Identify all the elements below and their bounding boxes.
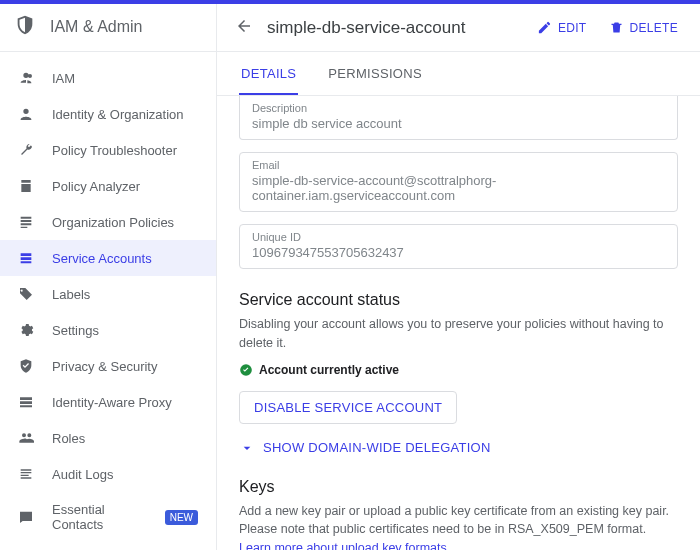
email-field: Email simple-db-service-account@scottral… — [239, 152, 678, 212]
sidebar-item-policy-troubleshooter[interactable]: Policy Troubleshooter — [0, 132, 216, 168]
keys-helper-text: Add a new key pair or upload a public ke… — [239, 504, 669, 537]
sidebar-item-label: Policy Troubleshooter — [52, 143, 177, 158]
sidebar-item-essential-contacts[interactable]: Essential Contacts NEW — [0, 492, 216, 542]
sidebar-item-policy-analyzer[interactable]: Policy Analyzer — [0, 168, 216, 204]
trash-icon — [609, 20, 624, 35]
edit-label: EDIT — [558, 21, 587, 35]
new-badge: NEW — [165, 510, 198, 525]
sidebar-item-label: Service Accounts — [52, 251, 152, 266]
tag-icon — [18, 286, 34, 302]
sidebar-item-label: Essential Contacts — [52, 502, 143, 532]
product-header: IAM & Admin — [0, 4, 216, 52]
sidebar-list: IAM Identity & Organization Policy Troub… — [0, 52, 216, 550]
proxy-icon — [18, 394, 34, 410]
app-root: IAM & Admin IAM Identity & Organization … — [0, 4, 700, 550]
logs-icon — [18, 466, 34, 482]
pencil-icon — [537, 20, 552, 35]
sidebar-item-label: Policy Analyzer — [52, 179, 140, 194]
email-value: simple-db-service-account@scottralphorg-… — [252, 173, 665, 203]
unique-id-field: Unique ID 109679347553705632437 — [239, 224, 678, 269]
delete-button[interactable]: DELETE — [605, 14, 682, 41]
sidebar-item-groups[interactable]: Groups — [0, 542, 216, 550]
unique-id-value: 109679347553705632437 — [252, 245, 665, 260]
details-content: Description simple db service account Em… — [217, 96, 700, 550]
sidebar-item-org-policies[interactable]: Organization Policies — [0, 204, 216, 240]
sidebar-item-label: Roles — [52, 431, 85, 446]
disable-service-account-button[interactable]: DISABLE SERVICE ACCOUNT — [239, 391, 457, 424]
delete-label: DELETE — [630, 21, 678, 35]
wrench-icon — [18, 142, 34, 158]
sidebar-item-label: Identity-Aware Proxy — [52, 395, 172, 410]
page-title: simple-db-service-account — [267, 18, 519, 38]
tab-permissions[interactable]: PERMISSIONS — [326, 52, 424, 95]
back-button[interactable] — [235, 17, 253, 38]
status-helper: Disabling your account allows you to pre… — [239, 315, 678, 353]
sidebar-item-label: Settings — [52, 323, 99, 338]
list-icon — [18, 214, 34, 230]
sidebar-item-label: IAM — [52, 71, 75, 86]
shield-check-icon — [18, 358, 34, 374]
description-label: Description — [252, 102, 665, 114]
sidebar-item-settings[interactable]: Settings — [0, 312, 216, 348]
sidebar-item-iam[interactable]: IAM — [0, 60, 216, 96]
roles-icon — [18, 430, 34, 446]
sidebar-item-service-accounts[interactable]: Service Accounts — [0, 240, 216, 276]
sidebar-item-roles[interactable]: Roles — [0, 420, 216, 456]
main-panel: simple-db-service-account EDIT DELETE DE… — [217, 4, 700, 550]
chevron-down-icon — [239, 440, 255, 456]
sidebar-item-label: Organization Policies — [52, 215, 174, 230]
gear-icon — [18, 322, 34, 338]
sidebar-item-iap[interactable]: Identity-Aware Proxy — [0, 384, 216, 420]
contacts-icon — [18, 509, 34, 525]
keys-helper: Add a new key pair or upload a public ke… — [239, 502, 678, 551]
show-delegation-toggle[interactable]: SHOW DOMAIN-WIDE DELEGATION — [239, 440, 678, 456]
sidebar-item-label: Privacy & Security — [52, 359, 157, 374]
sidebar-item-label: Labels — [52, 287, 90, 302]
sidebar: IAM & Admin IAM Identity & Organization … — [0, 4, 217, 550]
unique-id-label: Unique ID — [252, 231, 665, 243]
shield-icon — [14, 14, 36, 39]
analyzer-icon — [18, 178, 34, 194]
arrow-left-icon — [235, 17, 253, 35]
sidebar-item-audit-logs[interactable]: Audit Logs — [0, 456, 216, 492]
sidebar-item-labels[interactable]: Labels — [0, 276, 216, 312]
service-account-icon — [18, 250, 34, 266]
people-icon — [18, 70, 34, 86]
status-row: Account currently active — [239, 363, 678, 377]
sidebar-item-identity-org[interactable]: Identity & Organization — [0, 96, 216, 132]
show-delegation-label: SHOW DOMAIN-WIDE DELEGATION — [263, 440, 491, 455]
email-label: Email — [252, 159, 665, 171]
sidebar-item-privacy-security[interactable]: Privacy & Security — [0, 348, 216, 384]
check-circle-icon — [239, 363, 253, 377]
status-text: Account currently active — [259, 363, 399, 377]
learn-more-link[interactable]: Learn more about upload key formats — [239, 541, 447, 550]
tab-details[interactable]: DETAILS — [239, 52, 298, 95]
description-field: Description simple db service account — [239, 96, 678, 140]
status-heading: Service account status — [239, 291, 678, 309]
person-icon — [18, 106, 34, 122]
keys-heading: Keys — [239, 478, 678, 496]
tabs: DETAILS PERMISSIONS — [217, 52, 700, 96]
sidebar-item-label: Audit Logs — [52, 467, 113, 482]
description-value: simple db service account — [252, 116, 665, 131]
product-title: IAM & Admin — [50, 18, 142, 36]
sidebar-item-label: Identity & Organization — [52, 107, 184, 122]
main-header: simple-db-service-account EDIT DELETE — [217, 4, 700, 52]
edit-button[interactable]: EDIT — [533, 14, 591, 41]
